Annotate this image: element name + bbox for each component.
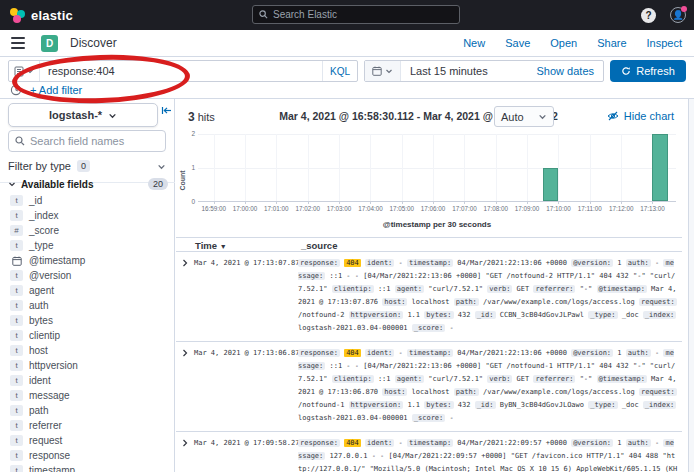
field-item-@timestamp[interactable]: @timestamp (10, 253, 170, 268)
field-item-ident[interactable]: tident (10, 373, 170, 388)
sort-descending-icon[interactable]: ▼ (220, 243, 227, 250)
source-field-value: - (399, 259, 403, 267)
hide-chart-button[interactable]: Hide chart (607, 110, 674, 122)
field-search-input[interactable]: Search field names (8, 130, 166, 152)
source-field-key: _type: (588, 311, 617, 319)
field-item-_score[interactable]: #_score (10, 223, 170, 238)
expand-row-icon[interactable] (176, 347, 194, 357)
x-tick-label: 17:01:00 (264, 205, 289, 212)
elastic-brand[interactable]: elastic (10, 8, 73, 23)
field-type-icon: t (10, 390, 23, 401)
time-column-header[interactable]: Time ▼ (195, 240, 227, 251)
saved-query-icon[interactable] (10, 84, 22, 96)
field-item-referrer[interactable]: treferrer (10, 418, 170, 433)
search-icon (259, 10, 268, 19)
breadcrumb[interactable]: Discover (70, 36, 117, 50)
date-quick-select[interactable] (365, 61, 401, 81)
time-range-value[interactable]: Last 15 minutes (401, 65, 537, 77)
x-tick-mark (402, 201, 403, 204)
field-item-host[interactable]: thost (10, 343, 170, 358)
global-search-input[interactable]: Search Elastic (252, 5, 460, 24)
field-item-_index[interactable]: t_index (10, 208, 170, 223)
x-gridline (402, 134, 403, 201)
help-icon[interactable]: ? (641, 8, 656, 23)
chevron-down-icon[interactable] (26, 67, 34, 75)
app-badge[interactable]: D (41, 35, 58, 52)
expand-row-icon[interactable] (176, 437, 194, 447)
x-tick-mark (464, 201, 465, 204)
table-row: Mar 4, 2021 @ 17:09:58.278response: 404 … (176, 432, 682, 472)
field-type-icon: t (10, 435, 23, 446)
expand-row-icon[interactable] (176, 257, 194, 267)
field-type-icon: t (10, 210, 23, 221)
query-language-button[interactable]: KQL (322, 61, 357, 81)
field-item-auth[interactable]: tauth (10, 298, 170, 313)
x-tick-mark (214, 201, 215, 204)
field-item-timestamp[interactable]: ttimestamp (10, 463, 170, 472)
field-type-icon: t (10, 405, 23, 416)
nav-action-share[interactable]: Share (597, 37, 626, 49)
filter-by-type-select[interactable]: Filter by type 0 (8, 156, 166, 176)
scrollbar[interactable] (688, 99, 694, 472)
field-name: bytes (29, 315, 53, 326)
field-item-agent[interactable]: tagent (10, 283, 170, 298)
query-text[interactable]: response:404 (40, 65, 322, 77)
field-item-clientip[interactable]: tclientip (10, 328, 170, 343)
collapse-sidebar-icon[interactable] (161, 105, 172, 116)
field-item-path[interactable]: tpath (10, 403, 170, 418)
field-type-icon: t (10, 450, 23, 461)
source-field-key: verb: (487, 285, 512, 293)
field-item-httpversion[interactable]: thttpversion (10, 358, 170, 373)
field-item-request[interactable]: trequest (10, 433, 170, 448)
interval-select[interactable]: Auto (494, 106, 554, 127)
field-type-icon: t (10, 195, 23, 206)
source-field-key: bytes: (424, 311, 453, 319)
filter-by-type-label: Filter by type (8, 160, 71, 172)
doc-source: response: 404 ident: - timestamp: 04/Mar… (298, 257, 682, 335)
source-field-value: /notfound-1 (298, 401, 344, 409)
x-gridline (621, 134, 622, 201)
index-pattern-select[interactable]: logstash-* (8, 103, 158, 127)
field-item-_type[interactable]: t_type (10, 238, 170, 253)
source-field-key: request: (639, 388, 677, 396)
elastic-logo-icon (10, 8, 25, 23)
field-type-icon: # (10, 225, 23, 236)
menu-icon[interactable] (11, 37, 25, 49)
available-fields-header[interactable]: Available fields 20 (8, 176, 168, 192)
x-gridline (214, 134, 215, 201)
query-menu-icon[interactable] (14, 66, 24, 77)
histogram-bar[interactable] (652, 134, 668, 201)
show-dates-button[interactable]: Show dates (537, 65, 603, 77)
nav-action-open[interactable]: Open (550, 37, 577, 49)
x-tick-mark (527, 201, 528, 204)
field-search-placeholder: Search field names (30, 135, 124, 147)
field-item-@version[interactable]: t@version (10, 268, 170, 283)
field-item-_id[interactable]: t_id (10, 193, 170, 208)
field-item-response[interactable]: tresponse (10, 448, 170, 463)
source-field-key: @timestamp: (597, 285, 647, 293)
field-item-message[interactable]: tmessage (10, 388, 170, 403)
user-avatar[interactable]: 👤 (670, 7, 686, 23)
nav-action-new[interactable]: New (463, 37, 485, 49)
source-field-key: bytes: (424, 401, 453, 409)
refresh-button[interactable]: Refresh (610, 60, 686, 82)
source-field-key: auth: (626, 259, 651, 267)
x-tick-mark (276, 201, 277, 204)
source-field-key: verb: (487, 375, 512, 383)
x-tick-mark (433, 201, 434, 204)
field-name: _type (29, 240, 53, 251)
nav-action-inspect[interactable]: Inspect (647, 37, 682, 49)
query-input[interactable]: response:404 KQL (8, 60, 358, 82)
x-gridline (370, 134, 371, 201)
field-name: _index (29, 210, 58, 221)
chevron-down-icon (385, 67, 393, 75)
source-field-key: httpversion: (349, 401, 404, 409)
field-name: agent (29, 285, 54, 296)
nav-action-save[interactable]: Save (505, 37, 530, 49)
field-item-bytes[interactable]: tbytes (10, 313, 170, 328)
histogram-bar[interactable] (543, 168, 559, 202)
field-type-icon: t (10, 330, 23, 341)
field-type-icon: t (10, 360, 23, 371)
add-filter-button[interactable]: + Add filter (30, 84, 82, 96)
x-axis-title: @timestamp per 30 seconds (198, 220, 676, 229)
